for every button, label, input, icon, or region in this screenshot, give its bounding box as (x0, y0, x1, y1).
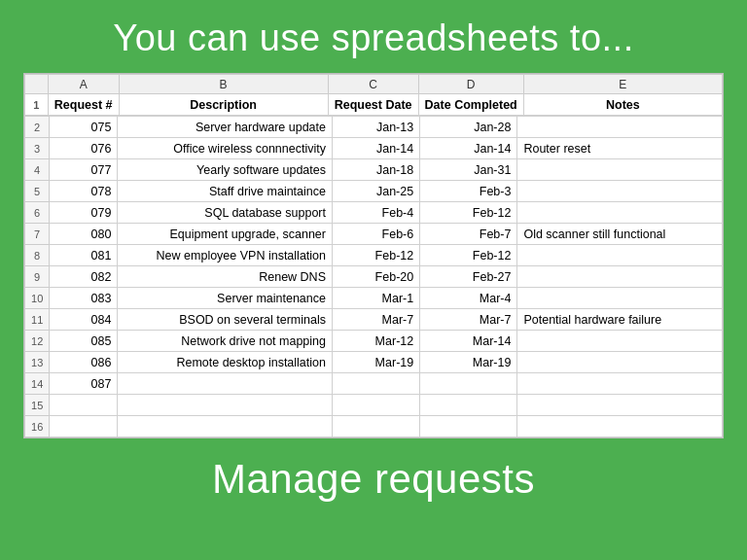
cell-request-date (332, 416, 419, 438)
row-num-15: 15 (25, 395, 50, 416)
table-row: 6079SQL database supportFeb-4Feb-12 (25, 202, 723, 224)
cell-notes (517, 117, 723, 138)
cell-request (50, 395, 118, 416)
col-c-header: C (328, 75, 418, 94)
cell-notes (517, 181, 723, 202)
cell-request: 080 (50, 224, 118, 245)
cell-description: Yearly software updates (118, 159, 333, 181)
cell-date-completed (420, 395, 517, 416)
table-row: 8081New employee VPN installationFeb-12F… (25, 245, 723, 266)
cell-notes (517, 288, 723, 309)
cell-request: 085 (50, 331, 118, 352)
cell-date-completed: Mar-19 (420, 352, 517, 373)
cell-request-date: Feb-20 (332, 266, 419, 288)
cell-notes (517, 331, 723, 352)
cell-request-date: Mar-1 (332, 288, 419, 309)
cell-notes (517, 245, 723, 266)
col-d-header: D (418, 75, 523, 94)
cell-description: SQL database support (118, 202, 333, 224)
cell-request: 083 (50, 288, 118, 309)
cell-date-completed: Jan-28 (420, 117, 517, 138)
row-num-9: 9 (25, 266, 50, 288)
cell-request: 075 (50, 117, 118, 138)
cell-request-date (332, 395, 419, 416)
table-row: 14087 (25, 373, 723, 395)
cell-request: 082 (50, 266, 118, 288)
cell-notes (517, 395, 723, 416)
cell-description (118, 416, 333, 438)
cell-notes: Router reset (517, 138, 723, 159)
cell-date-completed: Jan-31 (420, 159, 517, 181)
cell-description: Staff drive maintaince (118, 181, 333, 202)
cell-request-date: Feb-12 (332, 245, 419, 266)
table-row: 11084BSOD on several terminalsMar-7Mar-7… (25, 309, 723, 331)
table-row: 2075Server hardware updateJan-13Jan-28 (25, 117, 723, 138)
cell-request: 079 (50, 202, 118, 224)
cell-request: 078 (50, 181, 118, 202)
spreadsheet-wrapper: A B C D E 1 Request # Description Reques… (23, 73, 724, 438)
row-num-14: 14 (25, 373, 50, 395)
table-header-row: 1 Request # Description Request Date Dat… (25, 94, 723, 116)
cell-description: BSOD on several terminals (118, 309, 333, 331)
cell-notes (517, 373, 723, 395)
col-a-header: A (48, 75, 119, 94)
row-num-11: 11 (25, 309, 50, 331)
row-num-10: 10 (25, 288, 50, 309)
cell-date-completed: Mar-4 (420, 288, 517, 309)
cell-request: 084 (50, 309, 118, 331)
cell-request: 077 (50, 159, 118, 181)
row-num-6: 6 (25, 202, 50, 224)
footer-text: Manage requests (193, 438, 554, 512)
cell-date-completed: Jan-14 (420, 138, 517, 159)
cell-notes: Potential hardware failure (517, 309, 723, 331)
cell-description: Network drive not mapping (118, 331, 333, 352)
row-num-2: 2 (25, 117, 50, 138)
row-num-5: 5 (25, 181, 50, 202)
table-row: 15 (25, 395, 723, 416)
cell-description: Equipment upgrade, scanner (118, 224, 333, 245)
row-num-4: 4 (25, 159, 50, 181)
row-num-8: 8 (25, 245, 50, 266)
header-date-completed: Date Completed (418, 94, 523, 116)
corner-cell (25, 75, 49, 94)
cell-description: New employee VPN installation (118, 245, 333, 266)
cell-description: Office wireless connnectivity (118, 138, 333, 159)
table-row: 13086Remote desktop installationMar-19Ma… (25, 352, 723, 373)
cell-request: 087 (50, 373, 118, 395)
cell-date-completed: Feb-7 (420, 224, 517, 245)
table-row: 12085Network drive not mappingMar-12Mar-… (25, 331, 723, 352)
cell-description (118, 395, 333, 416)
cell-request: 081 (50, 245, 118, 266)
cell-date-completed: Feb-12 (420, 245, 517, 266)
header-notes: Notes (523, 94, 722, 116)
heading-text: You can use spreadsheets to... (93, 0, 653, 73)
col-e-header: E (523, 75, 722, 94)
table-row: 4077Yearly software updatesJan-18Jan-31 (25, 159, 723, 181)
cell-notes: Old scanner still functional (517, 224, 723, 245)
row-num-16: 16 (25, 416, 50, 438)
cell-request-date: Mar-12 (332, 331, 419, 352)
cell-notes (517, 159, 723, 181)
cell-request-date: Mar-19 (332, 352, 419, 373)
cell-request: 086 (50, 352, 118, 373)
table-row: 7080Equipment upgrade, scannerFeb-6Feb-7… (25, 224, 723, 245)
cell-date-completed (420, 373, 517, 395)
table-row: 5078Staff drive maintainceJan-25Feb-3 (25, 181, 723, 202)
row-num-7: 7 (25, 224, 50, 245)
cell-notes (517, 352, 723, 373)
cell-date-completed: Feb-3 (420, 181, 517, 202)
row-num-12: 12 (25, 331, 50, 352)
cell-request-date: Jan-25 (332, 181, 419, 202)
header-description: Description (119, 94, 328, 116)
cell-request: 076 (50, 138, 118, 159)
cell-description: Remote desktop installation (118, 352, 333, 373)
cell-description: Renew DNS (118, 266, 333, 288)
cell-request (50, 416, 118, 438)
cell-date-completed: Mar-7 (420, 309, 517, 331)
table-row: 9082Renew DNSFeb-20Feb-27 (25, 266, 723, 288)
row-num-1: 1 (25, 94, 49, 116)
cell-request-date: Feb-4 (332, 202, 419, 224)
table-row: 3076Office wireless connnectivityJan-14J… (25, 138, 723, 159)
cell-request-date: Mar-7 (332, 309, 419, 331)
cell-date-completed: Feb-12 (420, 202, 517, 224)
